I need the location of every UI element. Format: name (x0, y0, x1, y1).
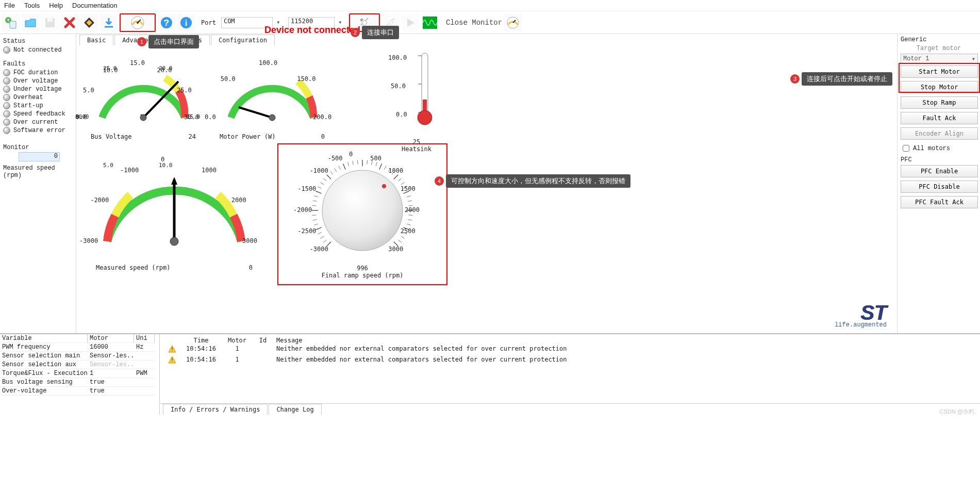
st-logo-tagline: life.augmented (835, 321, 887, 329)
svg-line-60 (376, 162, 377, 166)
help-icon[interactable]: ? (158, 14, 175, 31)
svg-line-80 (398, 240, 402, 242)
download-icon[interactable] (100, 14, 118, 31)
gauge-tick: 100.0 (259, 59, 277, 67)
svg-line-45 (315, 191, 321, 193)
vars-row[interactable]: Over-voltagetrue (0, 387, 159, 396)
gauge-tick: -500 (328, 155, 343, 162)
pfc-fault-ack-button[interactable]: PFC Fault Ack (901, 196, 978, 208)
gauge-tick: -2000 (293, 206, 312, 214)
log-row[interactable]: !10:54:161Neither embedded nor external … (160, 355, 980, 366)
svg-line-55 (353, 161, 354, 165)
callout-text-2: 连接串口 (362, 26, 399, 39)
port-label: Port (201, 19, 216, 26)
svg-point-83 (382, 184, 386, 188)
scope-icon[interactable] (421, 14, 439, 31)
fault-ack-button[interactable]: Fault Ack (901, 112, 978, 124)
gauge-tick: -3000 (310, 246, 328, 253)
encoder-align-button[interactable]: Encoder Align (901, 127, 978, 140)
svg-line-43 (313, 201, 317, 202)
menu-tools[interactable]: Tools (24, 2, 40, 9)
log-tab[interactable]: Change Log (269, 404, 321, 415)
log-header-id[interactable]: Id (253, 336, 273, 345)
svg-line-40 (312, 215, 316, 216)
svg-text:!: ! (171, 347, 174, 352)
svg-line-22 (239, 107, 272, 118)
monitor-label: Measured speed (rpm) (3, 165, 73, 179)
callout-num-2: 2 (351, 28, 360, 37)
callout-1: 1 点击串口界面 (137, 35, 199, 48)
heatsink-tick-0: 0.0 (396, 111, 407, 118)
monitor-gauge-icon[interactable] (504, 14, 522, 31)
pfc-disable-button[interactable]: PFC Disable (901, 181, 978, 193)
fault-label: Under voltage (13, 86, 62, 93)
svg-line-53 (343, 163, 345, 169)
svg-point-82 (322, 170, 403, 251)
bus-voltage-label: Bus Voltage (91, 133, 131, 140)
stop-ramp-button[interactable]: Stop Ramp (901, 96, 978, 109)
serial-dashboard-button[interactable] (120, 13, 156, 32)
tab-configuration[interactable]: Configuration (211, 35, 275, 45)
svg-point-23 (269, 114, 275, 121)
svg-rect-2 (10, 21, 16, 28)
gauge-tick: -1000 (120, 167, 139, 174)
log-header-time[interactable]: Time (180, 336, 222, 345)
stop-motor-button[interactable]: Stop Motor (901, 81, 978, 93)
log-tab[interactable]: Info / Errors / Warnings (163, 404, 268, 415)
gauge-tick: 2500 (401, 227, 416, 235)
callout-text-4: 可控制方向和速度大小，但无感例程不支持反转，否则报错 (446, 174, 630, 188)
final-ramp-knob[interactable] (285, 146, 440, 265)
info-icon[interactable]: i (177, 14, 195, 31)
menu-file[interactable]: File (4, 2, 15, 9)
start-motor-button[interactable]: Start Motor (901, 66, 978, 78)
vars-header-variable[interactable]: Variable (0, 334, 88, 343)
vars-header-unit[interactable]: Uni (134, 334, 155, 343)
all-motors-checkbox[interactable]: All motors (901, 143, 977, 153)
motor-power-value: 0 (321, 133, 325, 140)
chip-icon[interactable] (80, 14, 98, 31)
svg-line-34 (323, 240, 326, 242)
vars-row[interactable]: Bus voltage sensingtrue (0, 378, 159, 387)
vars-row[interactable]: Torque&Flux - Execution ...1PWM (0, 369, 159, 378)
close-monitor-label[interactable]: Close Monitor (446, 19, 502, 27)
svg-line-58 (367, 160, 368, 164)
play-icon[interactable] (402, 14, 419, 31)
log-header-motor[interactable]: Motor (222, 336, 253, 345)
gauge-tick: 25.0 (177, 87, 192, 94)
fault-label: Start-up (13, 102, 43, 109)
save-icon[interactable] (41, 14, 59, 31)
vars-row[interactable]: PWM frequency16000Hz (0, 343, 159, 352)
vars-header-motor[interactable]: Motor (88, 334, 134, 343)
new-icon[interactable]: + (2, 14, 20, 31)
svg-line-52 (339, 166, 341, 170)
callout-num-3: 3 (790, 74, 800, 84)
svg-line-71 (408, 201, 412, 202)
gauge-tick: 0.0 (205, 113, 216, 121)
gauge-tick: 1000 (202, 167, 217, 174)
port-value: COM (224, 18, 235, 25)
open-icon[interactable] (22, 14, 39, 31)
vars-row[interactable]: Sensor selection auxSensor-les... (0, 361, 159, 369)
vars-row[interactable]: Sensor selection mainSensor-les... (0, 352, 159, 361)
fault-label: Speed feedback (13, 110, 65, 118)
svg-line-37 (315, 227, 321, 230)
motor-select[interactable]: Motor 1 ▾ (901, 54, 978, 64)
log-header-message[interactable]: Message (273, 336, 980, 345)
log-row[interactable]: !10:54:161Neither embedded nor external … (160, 345, 980, 355)
menu-help[interactable]: Help (49, 2, 63, 9)
monitor-title: Monitor (3, 144, 73, 151)
svg-line-38 (314, 224, 318, 225)
svg-point-21 (140, 114, 146, 121)
pfc-enable-button[interactable]: PFC Enable (901, 165, 978, 177)
delete-icon[interactable] (61, 14, 78, 31)
tab-basic[interactable]: Basic (79, 35, 113, 45)
svg-line-50 (330, 171, 333, 174)
all-motors-input[interactable] (903, 145, 909, 152)
menu-doc[interactable]: Documentation (72, 2, 117, 9)
svg-line-76 (407, 224, 411, 225)
gauge-tick: 3000 (242, 237, 257, 244)
gauge-tick: 3000 (388, 246, 403, 253)
gauge-tick: 2000 (405, 206, 420, 214)
motor-power-label: Motor Power (W) (220, 133, 275, 140)
heatsink-tick-100: 100.0 (388, 54, 407, 61)
